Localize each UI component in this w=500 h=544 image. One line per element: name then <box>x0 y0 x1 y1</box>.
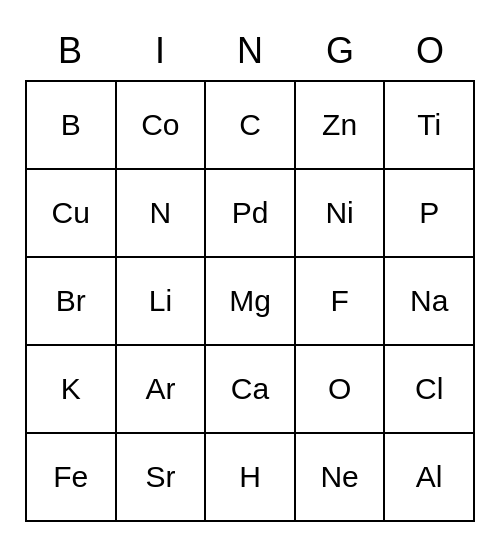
list-item: Ar <box>117 346 207 432</box>
header-letter: N <box>205 22 295 80</box>
list-item: Cu <box>27 170 117 256</box>
list-item: Br <box>27 258 117 344</box>
list-item: Ni <box>296 170 386 256</box>
list-item: Ca <box>206 346 296 432</box>
table-row: BCoCZnTi <box>27 82 473 170</box>
list-item: Na <box>385 258 473 344</box>
list-item: Mg <box>206 258 296 344</box>
bingo-grid: BCoCZnTiCuNPdNiPBrLiMgFNaKArCaOClFeSrHNe… <box>25 80 475 522</box>
list-item: C <box>206 82 296 168</box>
list-item: F <box>296 258 386 344</box>
list-item: Co <box>117 82 207 168</box>
list-item: Fe <box>27 434 117 520</box>
table-row: FeSrHNeAl <box>27 434 473 520</box>
table-row: BrLiMgFNa <box>27 258 473 346</box>
list-item: P <box>385 170 473 256</box>
table-row: CuNPdNiP <box>27 170 473 258</box>
header-letter: O <box>385 22 475 80</box>
header-letter: B <box>25 22 115 80</box>
list-item: H <box>206 434 296 520</box>
list-item: Ne <box>296 434 386 520</box>
header-letter: I <box>115 22 205 80</box>
list-item: B <box>27 82 117 168</box>
header-letter: G <box>295 22 385 80</box>
list-item: O <box>296 346 386 432</box>
bingo-header: BINGO <box>25 22 475 80</box>
list-item: Ti <box>385 82 473 168</box>
bingo-card: BINGO BCoCZnTiCuNPdNiPBrLiMgFNaKArCaOClF… <box>25 22 475 522</box>
list-item: N <box>117 170 207 256</box>
list-item: K <box>27 346 117 432</box>
list-item: Sr <box>117 434 207 520</box>
list-item: Al <box>385 434 473 520</box>
list-item: Zn <box>296 82 386 168</box>
list-item: Li <box>117 258 207 344</box>
list-item: Cl <box>385 346 473 432</box>
table-row: KArCaOCl <box>27 346 473 434</box>
list-item: Pd <box>206 170 296 256</box>
